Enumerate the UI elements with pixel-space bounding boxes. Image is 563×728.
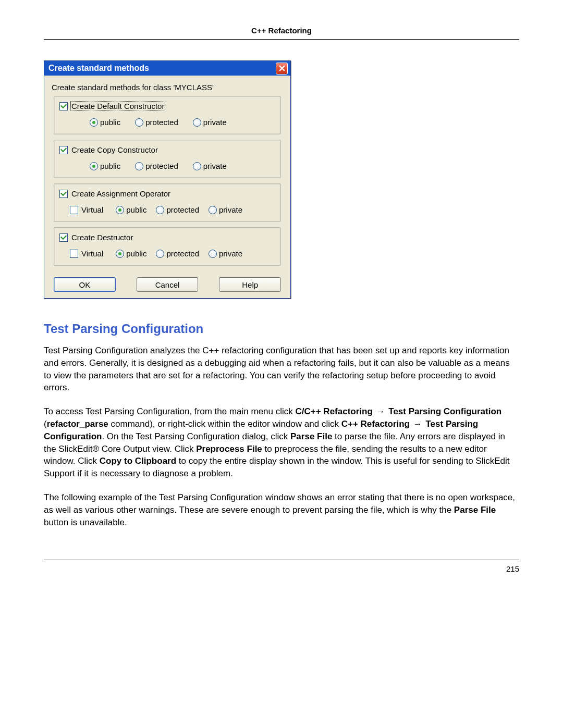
- radio-label: public: [126, 205, 146, 214]
- radio-label: public: [100, 162, 120, 170]
- radio-defctor-protected[interactable]: protected: [135, 118, 178, 127]
- dialog-button-row: OK Cancel Help: [54, 271, 281, 295]
- checkbox-default-constructor[interactable]: [59, 102, 68, 110]
- checkbox-assign-virtual[interactable]: [70, 206, 78, 214]
- page-number: 215: [506, 564, 519, 573]
- checkbox-copy-constructor[interactable]: [59, 146, 68, 154]
- checkbox-destructor[interactable]: [59, 233, 68, 242]
- dialog-titlebar: Create standard methods: [44, 61, 290, 76]
- radio-defctor-public[interactable]: public: [90, 118, 120, 127]
- paragraph-1: Test Parsing Configuration analyzes the …: [44, 344, 519, 394]
- arrow-icon: →: [412, 419, 423, 429]
- group-default-constructor: Create Default Constructor public protec…: [54, 96, 281, 134]
- help-button[interactable]: Help: [219, 277, 281, 292]
- radio-label: protected: [145, 118, 178, 127]
- text: command), or right-click within the edit…: [108, 419, 341, 429]
- cancel-button[interactable]: Cancel: [137, 277, 199, 292]
- label-dtor-virtual: Virtual: [81, 249, 103, 258]
- bold-text: Copy to Clipboard: [100, 456, 176, 466]
- arrow-icon: →: [375, 406, 386, 416]
- text: The following example of the Test Parsin…: [44, 492, 515, 515]
- text: To access Test Parsing Configuration, fr…: [44, 406, 296, 416]
- radio-label: protected: [166, 205, 199, 214]
- radio-label: private: [203, 162, 227, 170]
- page-footer: 215: [44, 560, 519, 573]
- label-default-constructor: Create Default Constructor: [71, 102, 165, 110]
- label-assignment-operator: Create Assignment Operator: [71, 189, 171, 198]
- radio-assign-protected[interactable]: protected: [156, 205, 199, 214]
- label-copy-constructor: Create Copy Constructor: [71, 145, 158, 154]
- page-header: C++ Refactoring: [44, 26, 519, 40]
- dialog-intro: Create standard methods for class 'MYCLA…: [52, 83, 283, 92]
- create-standard-methods-dialog: Create standard methods Create standard …: [44, 60, 291, 299]
- group-destructor: Create Destructor Virtual public protect…: [54, 227, 281, 266]
- bold-text: Parse File: [454, 505, 496, 515]
- label-destructor: Create Destructor: [71, 233, 133, 242]
- group-copy-constructor: Create Copy Constructor public protected…: [54, 140, 281, 178]
- close-button[interactable]: [276, 63, 288, 75]
- radio-label: public: [100, 118, 120, 127]
- text: button is unavailable.: [44, 517, 127, 527]
- checkbox-assignment-operator[interactable]: [59, 190, 68, 198]
- radio-copyctor-private[interactable]: private: [193, 162, 227, 170]
- radio-assign-public[interactable]: public: [116, 205, 146, 214]
- bold-text: Parse File: [290, 431, 332, 441]
- bold-text: C/C++ Refactoring: [296, 406, 373, 416]
- paragraph-3: The following example of the Test Parsin…: [44, 491, 519, 528]
- bold-text: C++ Refactoring: [341, 419, 410, 429]
- radio-defctor-private[interactable]: private: [193, 118, 227, 127]
- radio-label: private: [219, 205, 242, 214]
- radio-copyctor-protected[interactable]: protected: [135, 162, 178, 170]
- ok-button[interactable]: OK: [54, 277, 116, 292]
- radio-dtor-private[interactable]: private: [209, 249, 242, 258]
- radio-label: protected: [145, 162, 178, 170]
- radio-dtor-protected[interactable]: protected: [156, 249, 199, 258]
- radio-label: protected: [166, 249, 199, 258]
- checkbox-dtor-virtual[interactable]: [70, 250, 78, 258]
- radio-copyctor-public[interactable]: public: [90, 162, 120, 170]
- text: . On the Test Parsing Configuration dial…: [102, 431, 290, 441]
- group-assignment-operator: Create Assignment Operator Virtual publi…: [54, 183, 281, 222]
- radio-label: public: [126, 249, 146, 258]
- bold-text: Test Parsing Configuration: [388, 406, 501, 416]
- bold-text: Preprocess File: [196, 444, 262, 454]
- close-icon: [279, 65, 285, 71]
- radio-assign-private[interactable]: private: [209, 205, 242, 214]
- paragraph-2: To access Test Parsing Configuration, fr…: [44, 405, 519, 480]
- radio-label: private: [219, 249, 242, 258]
- dialog-title: Create standard methods: [48, 64, 149, 73]
- label-assign-virtual: Virtual: [81, 205, 103, 214]
- radio-label: private: [203, 118, 227, 127]
- bold-text: refactor_parse: [47, 419, 108, 429]
- section-heading: Test Parsing Configuration: [44, 322, 519, 336]
- radio-dtor-public[interactable]: public: [116, 249, 146, 258]
